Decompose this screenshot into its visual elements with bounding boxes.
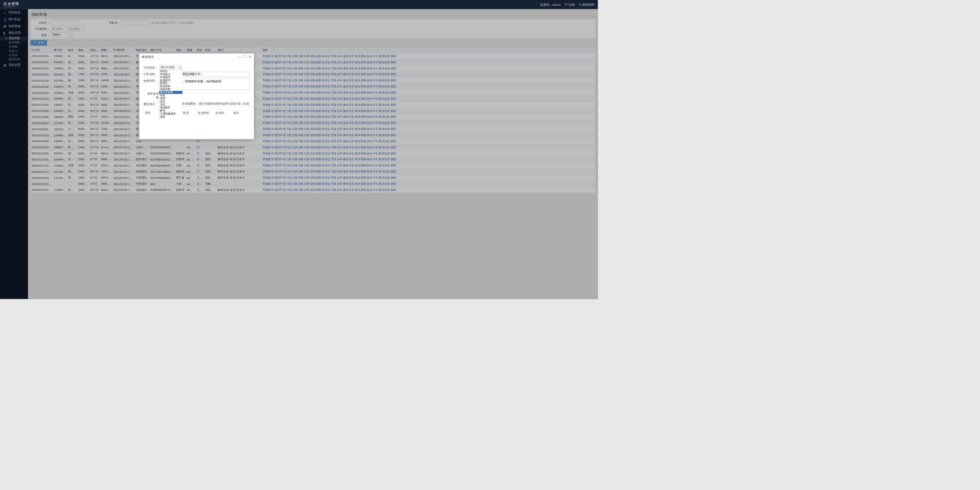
dropdown-option[interactable]: 保险 — [159, 94, 182, 97]
status-dropdown[interactable]: 审核中审核通过申请驳回提现成功提现中验证退款放款失败银行卡错误保险信用流水冻结系… — [159, 69, 183, 118]
dropdown-option[interactable]: 申请驳回 — [159, 75, 182, 79]
dropdown-option[interactable]: 银行卡错误 — [159, 91, 182, 94]
close-icon[interactable]: ✕ — [249, 55, 252, 59]
dropdown-option[interactable]: 冻结 — [159, 103, 182, 106]
dropdown-option[interactable]: 开通加急通道 — [159, 112, 182, 115]
modal-title: 修改状态 — [142, 55, 154, 59]
dropdown-option[interactable]: 系统维护 — [159, 106, 182, 109]
dropdown-option[interactable]: 认证金不足 — [159, 118, 182, 118]
dropdown-option[interactable]: 解冻 — [159, 109, 182, 112]
maximize-icon[interactable]: ⛶ — [243, 55, 247, 59]
minimize-icon[interactable]: — — [238, 55, 241, 59]
status-modal: 修改状态 — ⛶ ✕ 订单状态：银行卡错误 订单说明： 短信内容：到您的信息有误… — [139, 53, 254, 139]
dropdown-option[interactable]: 信用 — [159, 97, 182, 100]
dropdown-option[interactable]: 验证退款 — [159, 85, 182, 88]
dropdown-option[interactable]: 审核中 — [159, 69, 182, 72]
dropdown-option[interactable]: 退款 — [159, 115, 182, 118]
dropdown-option[interactable]: 审核通过 — [159, 72, 182, 75]
dropdown-option[interactable]: 提现中 — [159, 82, 182, 85]
modal-overlay[interactable] — [0, 0, 598, 299]
dropdown-option[interactable]: 流水 — [159, 100, 182, 103]
dropdown-option[interactable]: 放款失败 — [159, 88, 182, 91]
modal-header: 修改状态 — ⛶ ✕ — [139, 54, 254, 61]
dropdown-option[interactable]: 提现成功 — [159, 79, 182, 82]
